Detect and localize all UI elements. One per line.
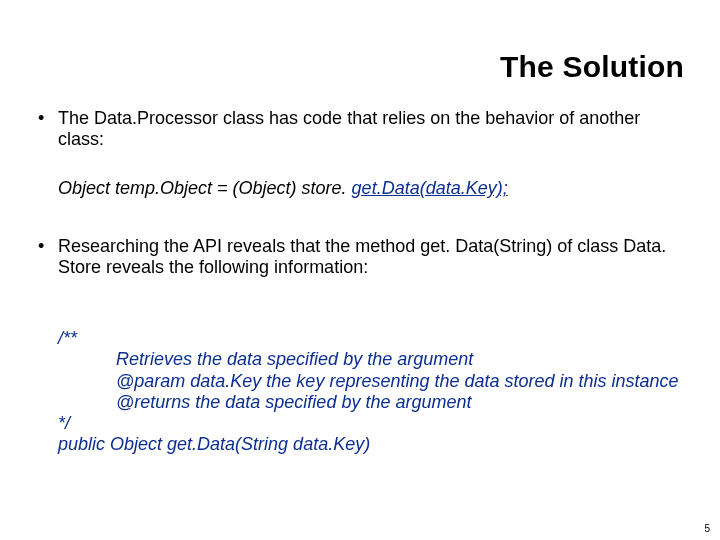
javadoc-line-3: @returns the data specified by the argum… — [58, 392, 688, 413]
code-line-1: Object temp.Object = (Object) store. get… — [32, 178, 688, 199]
javadoc-signature: public Object get.Data(String data.Key) — [58, 434, 370, 454]
page-number: 5 — [704, 523, 710, 534]
javadoc-open: /** — [58, 328, 77, 348]
javadoc-close: */ — [58, 413, 70, 433]
bullet-item-2: Researching the API reveals that the met… — [32, 236, 688, 278]
spacer — [58, 158, 688, 172]
code-line-1-link: get.Data(data.Key); — [352, 178, 508, 198]
code-line-1-pre: Object temp.Object = (Object) store. — [58, 178, 352, 198]
spacer — [58, 286, 688, 322]
slide-title: The Solution — [0, 0, 720, 102]
bullet-2-text: Researching the API reveals that the met… — [58, 236, 666, 277]
slide: The Solution The Data.Processor class ha… — [0, 0, 720, 540]
bullet-1-text: The Data.Processor class has code that r… — [58, 108, 640, 149]
javadoc-line-1: Retrieves the data specified by the argu… — [58, 349, 688, 370]
javadoc-block: /** Retrieves the data specified by the … — [32, 328, 688, 455]
bullet-list: The Data.Processor class has code that r… — [32, 108, 688, 456]
spacer — [58, 206, 688, 230]
slide-content: The Data.Processor class has code that r… — [0, 102, 720, 456]
javadoc-line-2: @param data.Key the key representing the… — [58, 371, 688, 392]
bullet-item-1: The Data.Processor class has code that r… — [32, 108, 688, 150]
